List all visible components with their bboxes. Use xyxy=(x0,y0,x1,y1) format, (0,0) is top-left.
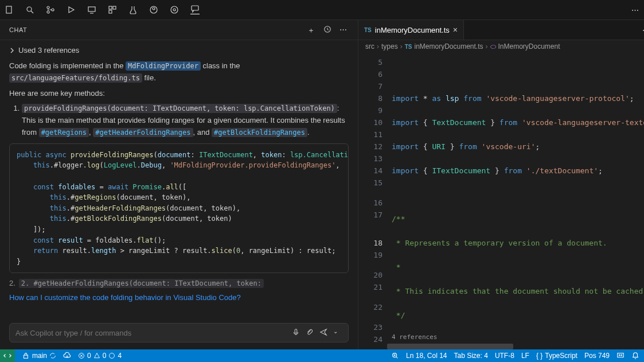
ts-icon: TS xyxy=(405,44,412,50)
search-icon[interactable] xyxy=(25,5,34,14)
svg-rect-0 xyxy=(6,6,11,13)
svg-point-4 xyxy=(47,11,49,13)
svg-rect-16 xyxy=(192,6,198,10)
codelens[interactable]: 4 references xyxy=(392,333,644,341)
files-icon[interactable] xyxy=(5,5,14,14)
sync-icon[interactable] xyxy=(49,352,56,359)
svg-marker-6 xyxy=(69,7,74,13)
new-chat-icon[interactable]: ＋ xyxy=(307,25,317,34)
chevron-right-icon xyxy=(9,48,15,53)
chat-header: CHAT ＋ ⋯ xyxy=(0,20,358,40)
lock-icon xyxy=(22,352,30,360)
chat-body: Used 3 references Code folding is implem… xyxy=(0,40,358,318)
more-icon[interactable]: ⋯ xyxy=(630,5,639,14)
svg-rect-19 xyxy=(24,355,28,358)
hash-ref[interactable]: #getRegions xyxy=(39,128,89,137)
svg-point-5 xyxy=(52,9,54,11)
tab-label: inMemoryDocument.ts xyxy=(375,26,450,34)
source-control-icon[interactable] xyxy=(46,5,55,14)
more-icon[interactable]: ⋯ xyxy=(339,25,349,34)
chat-input[interactable]: ⌄ xyxy=(9,323,349,342)
statusbar: main 0 0 4 Ln 18, Col 14 Tab Size: 4 UTF… xyxy=(0,349,644,362)
close-icon[interactable]: × xyxy=(453,25,458,34)
feedback-icon[interactable] xyxy=(616,352,625,360)
code-content[interactable]: import * as lsp from 'vscode-languageser… xyxy=(387,53,644,349)
zoom-icon[interactable] xyxy=(391,352,399,360)
problems-indicator[interactable]: 0 0 4 xyxy=(78,352,122,360)
mic-icon[interactable] xyxy=(292,328,301,337)
chevron-down-icon[interactable]: ⌄ xyxy=(333,328,342,337)
svg-point-13 xyxy=(153,7,155,10)
chat-input-field[interactable] xyxy=(15,329,287,337)
svg-point-1 xyxy=(27,7,32,11)
ports-icon xyxy=(108,352,115,359)
bell-icon[interactable] xyxy=(631,352,639,360)
remote-icon[interactable] xyxy=(87,5,96,14)
status-encoding[interactable]: UTF-8 xyxy=(495,352,514,360)
attach-icon[interactable] xyxy=(306,328,315,337)
testing-icon[interactable] xyxy=(128,5,138,14)
svg-rect-26 xyxy=(618,353,624,357)
chat-panel: CHAT ＋ ⋯ Used 3 references Code folding … xyxy=(0,20,358,349)
svg-rect-18 xyxy=(295,329,297,333)
status-tabsize[interactable]: Tab Size: 4 xyxy=(454,352,488,360)
svg-point-21 xyxy=(110,353,115,359)
breadcrumb[interactable]: src› types› TS inMemoryDocument.ts› ⬭ In… xyxy=(358,40,644,53)
svg-point-28 xyxy=(621,355,622,356)
remote-indicator[interactable] xyxy=(0,349,15,362)
gutter: 5678910111213141516171819202122232425262… xyxy=(358,53,387,349)
chat-title: CHAT xyxy=(9,26,27,33)
scrollbar-horizontal[interactable] xyxy=(387,344,644,349)
accounts-icon[interactable] xyxy=(149,5,158,14)
svg-line-2 xyxy=(31,11,33,13)
send-icon[interactable] xyxy=(319,328,329,337)
svg-rect-9 xyxy=(109,6,112,9)
svg-point-15 xyxy=(173,9,175,11)
followup-suggestion[interactable]: How can I customize the code folding beh… xyxy=(9,293,349,302)
editor[interactable]: 5678910111213141516171819202122232425262… xyxy=(358,53,644,349)
hash-ref[interactable]: #getBlockFoldingRanges xyxy=(212,128,307,137)
svg-rect-7 xyxy=(88,7,95,11)
hash-ref[interactable]: #getHeaderFoldingRanges xyxy=(93,128,193,137)
used-references[interactable]: Used 3 references xyxy=(9,46,349,55)
svg-rect-10 xyxy=(113,6,116,9)
svg-point-27 xyxy=(619,355,620,356)
chat-response-text: Code folding is implemented in the MdFol… xyxy=(9,60,349,84)
status-eol[interactable]: LF xyxy=(521,352,529,360)
branch-indicator[interactable]: main xyxy=(22,352,56,360)
run-debug-icon[interactable] xyxy=(67,5,76,14)
cloud-icon[interactable] xyxy=(63,352,71,360)
remote-icon xyxy=(3,352,11,360)
svg-point-14 xyxy=(171,6,178,13)
editor-panel: TS inMemoryDocument.ts × ⋯ src› types› T… xyxy=(358,20,644,349)
signature-pill[interactable]: provideFoldingRanges(document: ITextDocu… xyxy=(22,104,337,113)
warning-icon xyxy=(93,352,100,359)
ts-icon: TS xyxy=(364,27,372,33)
code-block: public async provideFoldingRanges(docume… xyxy=(9,143,349,274)
history-icon[interactable] xyxy=(323,25,333,34)
copilot-chat-icon[interactable] xyxy=(190,5,200,14)
tab-active[interactable]: TS inMemoryDocument.ts × xyxy=(358,20,464,40)
svg-point-3 xyxy=(47,6,49,9)
more-icon[interactable]: ⋯ xyxy=(635,20,644,40)
tab-bar: TS inMemoryDocument.ts × ⋯ xyxy=(358,20,644,40)
settings-icon[interactable] xyxy=(170,5,179,14)
svg-rect-11 xyxy=(109,10,112,13)
extensions-icon[interactable] xyxy=(108,5,117,14)
class-pill[interactable]: MdFoldingProvider xyxy=(126,61,201,71)
svg-line-23 xyxy=(396,357,398,359)
chat-response-heading: Here are some key methods: xyxy=(9,88,349,100)
method-item-truncated: 2.2. #getHeaderFoldingRanges(document: I… xyxy=(9,279,349,287)
file-pill[interactable]: src/languageFeatures/folding.ts xyxy=(9,73,142,83)
status-lncol[interactable]: Ln 18, Col 14 xyxy=(406,352,447,360)
status-pos[interactable]: Pos 749 xyxy=(584,352,610,360)
status-language[interactable]: { } TypeScript xyxy=(536,352,577,360)
error-icon xyxy=(78,352,85,359)
method-item: provideFoldingRanges(document: ITextDocu… xyxy=(22,103,349,138)
titlebar: ⋯ xyxy=(0,0,644,20)
